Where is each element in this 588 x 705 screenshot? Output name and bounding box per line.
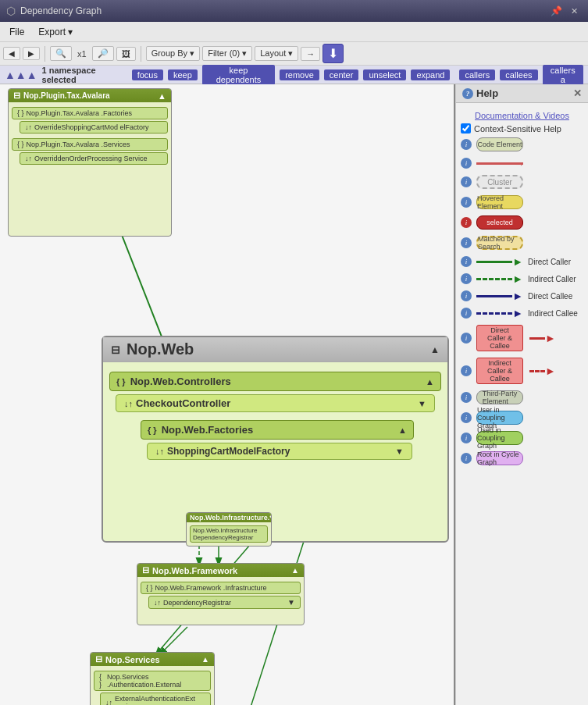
callees-button[interactable]: callees: [500, 69, 537, 80]
help-icon: ?: [462, 88, 473, 99]
close-panel-icon[interactable]: ✕: [573, 87, 582, 99]
download-button[interactable]: ⬇: [323, 44, 344, 63]
center-button[interactable]: center: [324, 69, 359, 80]
image-button[interactable]: 🖼: [116, 47, 136, 61]
legend-direct-cc: i DirectCaller & Callee ►: [456, 322, 588, 354]
controllers-node[interactable]: { } Nop.Web.Controllers ▲: [109, 372, 441, 391]
ext-auth-node[interactable]: ↓↑ ExternalAuthenticationExt ension: [100, 693, 211, 705]
indirect-caller-line: ►: [476, 273, 523, 284]
direct-callee-label: Direct Callee: [528, 292, 572, 301]
avalara-title: Nop.Plugin.Tax.Avalara: [23, 91, 110, 100]
class-icon3: ↓↑: [124, 399, 133, 408]
third-party-box: Third-PartyElement: [476, 390, 523, 404]
framework-infra-node[interactable]: { } Nop.Web.Framework .Infrastructure: [141, 582, 301, 594]
unselect-button[interactable]: unselect: [363, 69, 406, 80]
shopping-cart-factory-item[interactable]: ↓↑ ShoppingCartModelFactory ▼: [147, 443, 412, 460]
arrow-right-icon: →: [306, 49, 315, 59]
nav-fwd-button[interactable]: ▶: [23, 47, 40, 60]
item-scroll[interactable]: ▼: [418, 399, 426, 408]
nav-back-button[interactable]: ◀: [3, 47, 20, 60]
zoom-out-icon: 🔍: [55, 48, 66, 59]
nav-fwd-icon: ▶: [28, 49, 34, 58]
expand-button[interactable]: expand: [411, 69, 450, 80]
info-tp: i: [461, 392, 472, 403]
nop-web-title: Nop.Web: [127, 340, 194, 358]
avalara-expand-icon: ⊟: [13, 91, 20, 101]
arrow-right-button[interactable]: →: [301, 47, 320, 61]
selection-info: 1 namespace selected: [42, 66, 127, 84]
nop-web-body: { } Nop.Web.Controllers ▲ ↓↑ CheckoutCon…: [103, 362, 447, 469]
info-dce: i: [461, 290, 472, 301]
info-used: i: [461, 433, 472, 443]
factories-node[interactable]: { } Nop.Web.Factories ▲: [141, 420, 414, 440]
avalara-scroll-up[interactable]: ▲: [158, 91, 166, 101]
close-button[interactable]: ✕: [567, 5, 582, 18]
zoom-in-button[interactable]: 🔎: [92, 46, 114, 61]
info-icc: i: [461, 365, 472, 376]
focus-button[interactable]: focus: [132, 69, 163, 80]
doc-link[interactable]: Documentation & Videos: [461, 111, 583, 120]
legend-arrow: i →: [456, 155, 588, 171]
breadcrumb-bar: ▲▲▲ 1 namespace selected focus keep keep…: [0, 66, 588, 84]
checkout-controller-item[interactable]: ↓↑ CheckoutController ▼: [116, 394, 435, 412]
info-uc: i: [461, 412, 472, 423]
direct-caller-line: ►: [476, 256, 523, 267]
callers-button[interactable]: callers: [459, 69, 495, 80]
layout-button[interactable]: Layout ▾: [255, 46, 298, 61]
group-by-button[interactable]: Group By ▾: [146, 46, 201, 61]
controllers-scroll[interactable]: ▲: [426, 377, 434, 386]
zoom-out-button[interactable]: 🔍: [50, 46, 72, 61]
override-cart-node[interactable]: ↓↑ OverrideShoppingCartMod elFactory: [20, 121, 168, 134]
framework-header: ⊟ Nop.Web.Framework ▲: [137, 564, 304, 577]
legend-hovered: i Hovered Element: [456, 193, 588, 212]
legend-code-element: i Code Element: [456, 135, 588, 154]
nop-web-node[interactable]: ⊟ Nop.Web ▲ { } Nop.Web.Controllers ▲ ↓↑…: [102, 336, 449, 543]
arrow-line: →: [476, 162, 523, 165]
legend-cluster: i Cluster: [456, 173, 588, 191]
zoom-level: x1: [74, 49, 90, 59]
ns-icon6: { }: [99, 673, 105, 689]
menu-bar: File Export ▾: [0, 22, 588, 42]
keep-dependents-button[interactable]: keep dependents: [202, 65, 275, 85]
services-node[interactable]: ⊟ Nop.Services ▲ { } Nop.Services .Authe…: [90, 652, 215, 705]
services-auth-node[interactable]: { } Nop.Services .Authentication.Externa…: [94, 671, 211, 691]
menu-export[interactable]: Export ▾: [32, 24, 79, 40]
direct-caller-label: Direct Caller: [528, 258, 571, 266]
infra-dependency-node[interactable]: Nop.Web.InfrastructureDependencyRegistra…: [190, 525, 268, 543]
hovered-box: Hovered Element: [476, 195, 523, 209]
download-icon: ⬇: [328, 47, 338, 60]
avalara-services-node[interactable]: { } Nop.Plugin.Tax.Avalara .Services: [12, 138, 168, 151]
ns-icon5: { }: [146, 584, 153, 592]
title-bar: ⬡ Dependency Graph 📌 ✕: [0, 0, 588, 22]
legend-matched: i Matched by Search: [456, 233, 588, 252]
callers-a-button[interactable]: callers a: [543, 65, 583, 85]
keep-button[interactable]: keep: [168, 69, 198, 80]
class-icon5: ↓↑: [154, 599, 161, 607]
indirect-cc-box: IndirectCaller & Callee: [476, 358, 523, 384]
dependency-registrar-node[interactable]: ↓↑ DependencyRegistrar ▼: [148, 596, 301, 609]
services-scroll[interactable]: ▲: [201, 655, 209, 664]
indirect-callee-label: Indirect Callee: [528, 309, 578, 318]
menu-file[interactable]: File: [3, 24, 30, 40]
window-title: Dependency Graph: [20, 5, 546, 16]
factory-scroll[interactable]: ▼: [395, 447, 404, 456]
context-help-checkbox[interactable]: [461, 123, 471, 134]
avalara-node[interactable]: ⊟ Nop.Plugin.Tax.Avalara ▲ { } Nop.Plugi…: [8, 88, 172, 237]
selected-box: selected: [476, 215, 523, 230]
infra-mini-node[interactable]: Nop.Web.Infrastructure.* Nop.Web.Infrast…: [186, 512, 272, 547]
avalara-factories-node[interactable]: { } Nop.Plugin.Tax.Avalara .Factories: [12, 107, 168, 119]
legend-direct-callee: i ► Direct Callee: [456, 288, 588, 304]
filter-button[interactable]: Filter (0) ▾: [202, 46, 252, 61]
graph-area[interactable]: ⊟ Nop.Plugin.Tax.Avalara ▲ { } Nop.Plugi…: [0, 84, 455, 705]
matched-box: Matched by Search: [476, 236, 523, 250]
class-icon2: ↓↑: [25, 155, 32, 162]
framework-node[interactable]: ⊟ Nop.Web.Framework ▲ { } Nop.Web.Framew…: [137, 563, 305, 625]
legend-root-cycle: i Root in Cycle Graph: [456, 449, 588, 468]
sidebar-links: Documentation & Videos Context-Sensitive…: [456, 103, 588, 134]
remove-button[interactable]: remove: [280, 69, 319, 80]
dr-scroll[interactable]: ▼: [287, 598, 295, 607]
nop-web-scroll[interactable]: ▲: [430, 344, 440, 355]
factories-scroll[interactable]: ▲: [398, 425, 407, 435]
override-order-node[interactable]: ↓↑ OverriddenOrderProcessing Service: [20, 152, 168, 165]
framework-scroll[interactable]: ▲: [291, 566, 299, 575]
